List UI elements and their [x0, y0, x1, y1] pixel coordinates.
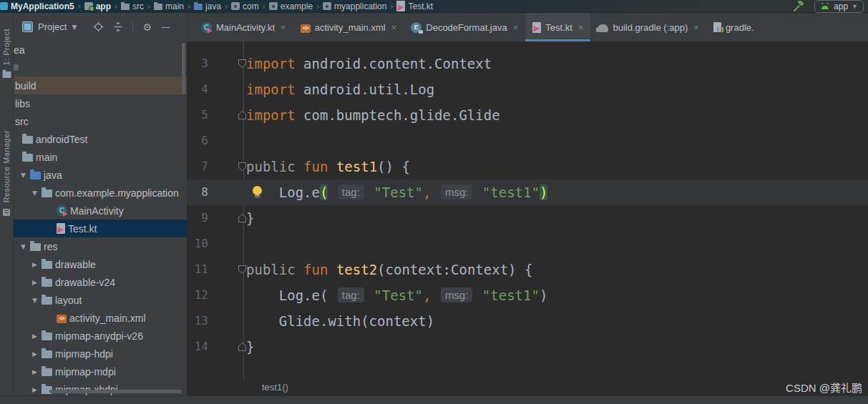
tree-item-build[interactable]: build — [14, 77, 187, 94]
tab-decodeformat-java[interactable]: DecodeFormat.java× — [404, 13, 525, 41]
tree-item-mipmap-anydpi-v26[interactable]: ▶mipmap-anydpi-v26 — [14, 327, 187, 345]
intention-bulb-icon[interactable] — [253, 186, 262, 195]
hide-panel-icon[interactable]: — — [161, 22, 170, 32]
tree-vertical-scrollbar[interactable] — [182, 43, 185, 94]
tab-gradle[interactable]: gradle. — [706, 13, 761, 41]
code-line-5[interactable]: 5import com.bumptech.glide.Glide — [187, 102, 868, 128]
tree-item-java[interactable]: ▼java — [14, 166, 187, 184]
chevron-down-icon[interactable]: ▼ — [31, 189, 39, 197]
tree-item-mipmap-mdpi[interactable]: ▶mipmap-mdpi — [14, 363, 187, 380]
tree-horizontal-scrollbar[interactable] — [49, 390, 182, 393]
code-line-7[interactable]: 7public fun test1() { — [187, 154, 868, 179]
tree-item-drawable-v24[interactable]: ▶drawable-v24 — [14, 273, 187, 291]
locate-file-icon[interactable] — [93, 21, 104, 32]
code-line-12[interactable]: 12 Log.e( tag: "Test", msg: "test1") — [187, 282, 868, 308]
collapse-all-icon[interactable] — [113, 21, 123, 32]
gutter-cell — [208, 154, 246, 179]
breadcrumb-item-main[interactable]: main — [154, 1, 184, 11]
folder-icon — [22, 154, 33, 162]
code-token — [431, 287, 439, 303]
tool-button-resource-manager[interactable]: Resource Manager — [2, 130, 11, 203]
code-line-14[interactable]: 14} — [187, 334, 868, 360]
breadcrumb-item-test-kt[interactable]: Test.kt — [396, 1, 433, 11]
tool-button-project[interactable]: 1: Project — [2, 29, 11, 65]
tree-item-test-kt[interactable]: Test.kt — [14, 220, 187, 237]
parameter-hint: tag: — [338, 287, 364, 302]
tree-item-res[interactable]: ▼res — [14, 237, 187, 255]
close-icon[interactable]: × — [693, 22, 699, 33]
breadcrumb-item-example[interactable]: example — [269, 1, 313, 11]
breadcrumb-item-myapplication[interactable]: myapplication — [323, 1, 386, 11]
breadcrumb-item-java[interactable]: java — [194, 1, 221, 11]
tree-item-activity-main-xml[interactable]: activity_main.xml — [14, 309, 187, 327]
xml-file-icon — [57, 315, 67, 323]
tree-item-com-example-myapplication[interactable]: ▼com.example.myapplication — [14, 184, 187, 202]
tab-mainactivity-kt[interactable]: MainActivity.kt× — [194, 13, 293, 41]
editor-breadcrumb[interactable]: test1() — [262, 382, 288, 393]
project-panel-title[interactable]: Project — [38, 21, 67, 32]
breadcrumb-item-myapplication5[interactable]: MyApplication5 — [1, 1, 74, 11]
tree-item-label: Test.kt — [68, 223, 97, 235]
tab-activity-main-xml[interactable]: activity_main.xml× — [293, 13, 404, 41]
close-icon[interactable]: × — [391, 22, 397, 33]
chevron-right-icon[interactable]: ▶ — [31, 368, 39, 375]
fold-marker-icon[interactable] — [238, 343, 246, 351]
close-icon[interactable]: × — [513, 22, 519, 33]
chevron-down-icon[interactable]: ▼ — [31, 297, 39, 304]
settings-gear-icon[interactable]: ⚙ — [142, 22, 152, 32]
tree-item-clipped[interactable] — [14, 59, 187, 77]
fold-marker-icon[interactable] — [238, 214, 246, 222]
breadcrumb-item-src[interactable]: src — [121, 1, 144, 11]
code-line-6[interactable]: 6 — [187, 128, 868, 154]
gutter-cell — [208, 231, 246, 257]
fold-marker-icon[interactable] — [238, 265, 246, 274]
code-line-3[interactable]: 3import android.content.Context — [187, 51, 868, 77]
run-configuration-select[interactable]: app ▼ — [814, 0, 864, 13]
code-editor[interactable]: 3import android.content.Context4import a… — [187, 41, 868, 379]
code-line-10[interactable]: 10 — [187, 231, 868, 257]
code-token: "Test" — [374, 287, 423, 303]
code-line-13[interactable]: 13 Glide.with(context) — [187, 308, 868, 334]
tree-item-label: com.example.myapplication — [55, 187, 179, 199]
chevron-right-icon[interactable]: ▶ — [31, 350, 39, 358]
fold-marker-icon[interactable] — [238, 162, 246, 171]
gutter-cell — [208, 102, 246, 128]
tree-item-layout[interactable]: ▼layout — [14, 291, 187, 309]
close-icon[interactable]: × — [578, 22, 584, 33]
tree-item-androidtest[interactable]: androidTest — [14, 130, 187, 148]
chevron-down-icon[interactable]: ▼ — [19, 172, 27, 179]
chevron-down-icon[interactable]: ▼ — [72, 24, 77, 31]
tree-item-src[interactable]: src — [14, 112, 187, 130]
code-line-4[interactable]: 4import android.util.Log — [187, 77, 868, 102]
code-token: com.bumptech.glide.Glide — [296, 107, 500, 123]
tree-item-mipmap-hdpi[interactable]: ▶mipmap-hdpi — [14, 345, 187, 363]
tree-item-main[interactable]: main — [14, 148, 187, 166]
code-line-11[interactable]: 11public fun test2(context:Context) { — [187, 257, 868, 282]
divider — [132, 21, 133, 33]
tree-item-libs[interactable]: libs — [14, 94, 187, 112]
fold-marker-icon[interactable] — [238, 59, 246, 68]
tree-item-label: mipmap-anydpi-v26 — [55, 330, 143, 342]
tab-build-gradle-app[interactable]: build.gradle (:app)× — [590, 13, 706, 41]
chevron-right-icon[interactable]: ▶ — [31, 261, 39, 268]
kotlin-class-icon — [57, 205, 67, 216]
code-token: android.util.Log — [296, 82, 434, 97]
chevron-right-icon[interactable]: ▶ — [31, 332, 39, 340]
chevron-down-icon[interactable]: ▼ — [19, 243, 27, 250]
breadcrumb-item-app[interactable]: app — [84, 1, 111, 11]
tree-item-ea[interactable]: ea — [14, 41, 187, 59]
chevron-right-icon[interactable]: ▶ — [31, 386, 39, 393]
tree-item-drawable[interactable]: ▶drawable — [14, 255, 187, 273]
code-line-9[interactable]: 9} — [187, 205, 868, 231]
fold-marker-icon[interactable] — [238, 111, 246, 119]
tab-label: DecodeFormat.java — [426, 22, 507, 33]
project-view-icon — [22, 21, 33, 32]
build-hammer-icon[interactable] — [792, 1, 804, 12]
chevron-right-icon[interactable]: ▶ — [31, 279, 39, 286]
breadcrumb-item-com[interactable]: com — [231, 1, 259, 11]
code-line-8[interactable]: 8 Log.e( tag: "Test", msg: "test1") — [187, 179, 868, 205]
close-icon[interactable]: × — [281, 22, 286, 33]
tab-test-kt[interactable]: Test.kt× — [525, 13, 590, 41]
tree-item-mainactivity[interactable]: MainActivity — [14, 202, 187, 220]
code-token: android.content.Context — [296, 56, 492, 72]
